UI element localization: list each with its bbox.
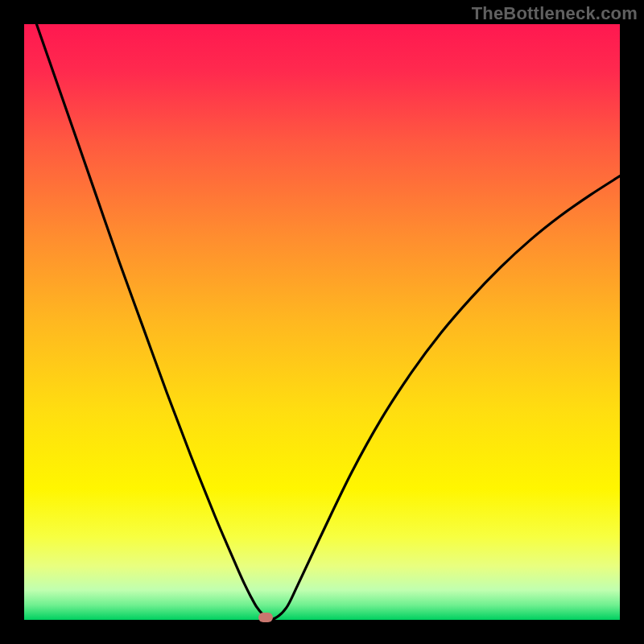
- chart-frame: TheBottleneck.com: [0, 0, 644, 644]
- gradient-plot-area: [24, 24, 620, 620]
- minimum-marker: [258, 613, 273, 622]
- watermark-text: TheBottleneck.com: [472, 3, 638, 24]
